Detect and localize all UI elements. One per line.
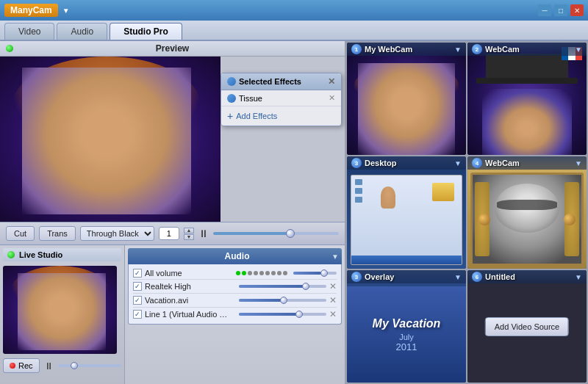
audio-row-realtek: Realtek High ✕ <box>133 280 337 294</box>
live-preview-image <box>3 266 117 354</box>
cell2-arrow[interactable]: ▼ <box>575 46 582 54</box>
cell6-arrow[interactable]: ▼ <box>575 273 582 281</box>
audio-slider-realtek[interactable] <box>239 285 326 288</box>
preview-face <box>22 68 191 214</box>
live-pause-icon[interactable]: ⏸ <box>44 361 54 372</box>
audio-checkbox-vacation[interactable] <box>133 296 142 305</box>
main-content: Preview Selected Effects ✕ <box>0 41 588 384</box>
maximize-button[interactable]: □ <box>554 4 567 16</box>
cell3-title: Desktop <box>365 159 454 167</box>
audio-remove-vacation[interactable]: ✕ <box>329 295 337 305</box>
audio-remove-line1[interactable]: ✕ <box>329 309 337 319</box>
cell2-body <box>482 89 572 155</box>
audio-label-realtek: Realtek High <box>145 282 233 291</box>
effects-item-icon <box>227 94 236 103</box>
desktop-icon-2 <box>355 188 362 194</box>
pause-button[interactable]: ⏸ <box>198 228 209 239</box>
video-cell-1: 1 My WebCam ▼ <box>347 43 466 155</box>
spin-up[interactable]: ▲ <box>184 228 194 233</box>
cell6-header: 6 Untitled ▼ <box>467 270 587 283</box>
cell1-face <box>358 63 455 155</box>
cell1-number: 1 <box>351 44 362 54</box>
audio-checkbox-allvolume[interactable] <box>133 269 142 278</box>
number-spinner: ▲ ▼ <box>184 228 194 240</box>
audio-header-arrow[interactable]: ▼ <box>331 253 339 261</box>
audio-remove-realtek[interactable]: ✕ <box>329 281 337 291</box>
controls-bar: Cut Trans Through Black ▲ ▼ ⏸ <box>0 222 345 245</box>
tab-video[interactable]: Video <box>4 23 54 40</box>
live-slider-thumb[interactable] <box>71 362 78 369</box>
audio-label-vacation: Vacation.avi <box>145 296 233 305</box>
trans-button[interactable]: Trans <box>39 226 76 241</box>
audio-title: Audio <box>225 251 250 261</box>
add-video-source-button[interactable]: Add Video Source <box>485 317 569 336</box>
desktop-preview <box>351 175 462 265</box>
cell2-hat-brim <box>476 78 578 84</box>
effects-add[interactable]: + Add Effects <box>221 106 341 126</box>
right-panel: 1 My WebCam ▼ 2 WebCam ▼ <box>345 41 588 384</box>
audio-row-vacation: Vacation.avi ✕ <box>133 294 337 308</box>
effects-item-left: Tissue <box>227 94 262 103</box>
audio-row-allvolume: All volume <box>133 267 337 280</box>
audio-header: Audio ▼ <box>128 248 342 264</box>
audio-slider-vacation[interactable] <box>239 299 326 302</box>
audio-row-line1: Line 1 (Virtual Audio Cable) ✕ <box>133 308 337 321</box>
spin-down[interactable]: ▼ <box>184 234 194 240</box>
live-slider[interactable] <box>58 364 121 367</box>
cell4-number: 4 <box>472 158 482 168</box>
audio-label-allvolume: All volume <box>145 269 233 278</box>
desktop-icon-3 <box>355 197 362 203</box>
audio-slider-line1[interactable] <box>239 313 326 316</box>
title-bar-dropdown-arrow[interactable]: ▼ <box>62 7 70 15</box>
rec-dot <box>10 363 15 369</box>
cell4-title: WebCam <box>485 159 575 167</box>
cell6-number: 6 <box>472 272 482 282</box>
overlay-content: My Vacation July 2011 <box>347 286 466 383</box>
audio-checkbox-realtek[interactable] <box>133 282 142 291</box>
desktop-icon-1 <box>355 179 362 185</box>
cell1-arrow[interactable]: ▼ <box>454 46 462 54</box>
volume-slider[interactable] <box>213 232 339 235</box>
bottom-section: Live Studio Rec ⏸ <box>0 245 345 384</box>
live-face <box>18 273 106 350</box>
vintage-frame <box>470 173 584 266</box>
video-cell-5: My Vacation July 2011 3 Overlay ▼ <box>347 270 466 383</box>
effects-add-icon: + <box>227 110 233 122</box>
tab-audio[interactable]: Audio <box>57 23 107 40</box>
desktop-taskbar <box>351 256 462 264</box>
cell4-arrow[interactable]: ▼ <box>575 159 582 167</box>
transition-select[interactable]: Through Black <box>80 226 154 241</box>
cell4-header: 4 WebCam ▼ <box>467 156 587 170</box>
video-cell-6: Add Video Source 6 Untitled ▼ <box>467 270 587 383</box>
cell3-arrow[interactable]: ▼ <box>454 159 462 167</box>
rec-label: Rec <box>18 361 33 370</box>
number-input[interactable] <box>159 227 179 240</box>
preview-section: Preview Selected Effects ✕ <box>0 41 345 222</box>
volume-slider-thumb[interactable] <box>286 229 295 238</box>
desktop-icons <box>355 179 362 203</box>
effects-item: Tissue ✕ <box>221 90 341 106</box>
effects-header-icon <box>227 77 236 86</box>
cell5-arrow[interactable]: ▼ <box>454 273 462 281</box>
cell1-title: My WebCam <box>365 45 454 54</box>
vintage-ornament-circle-right <box>564 214 576 225</box>
effects-close-button[interactable]: ✕ <box>328 76 335 87</box>
close-button[interactable]: ✕ <box>570 4 584 16</box>
audio-checkbox-line1[interactable] <box>133 310 142 319</box>
vintage-glasses <box>497 200 558 211</box>
effects-panel: Selected Effects ✕ Tissue ✕ + Add Effect <box>220 73 342 126</box>
cut-button[interactable]: Cut <box>6 226 35 241</box>
left-panel: Preview Selected Effects ✕ <box>0 41 345 384</box>
cell6-title: Untitled <box>485 272 575 281</box>
rec-button[interactable]: Rec <box>3 358 40 373</box>
audio-slider-allvolume[interactable] <box>293 272 337 275</box>
preview-status-dot <box>6 45 13 52</box>
live-studio-panel: Live Studio Rec ⏸ <box>0 245 125 384</box>
tab-studio-pro[interactable]: Studio Pro <box>110 23 182 40</box>
audio-dots <box>236 271 287 275</box>
minimize-button[interactable]: ─ <box>538 4 551 16</box>
effects-item-remove[interactable]: ✕ <box>329 93 335 103</box>
preview-title: Preview <box>156 43 189 54</box>
cell2-header: 2 WebCam ▼ <box>467 43 587 56</box>
title-bar-left: ManyCam ▼ <box>4 4 70 17</box>
